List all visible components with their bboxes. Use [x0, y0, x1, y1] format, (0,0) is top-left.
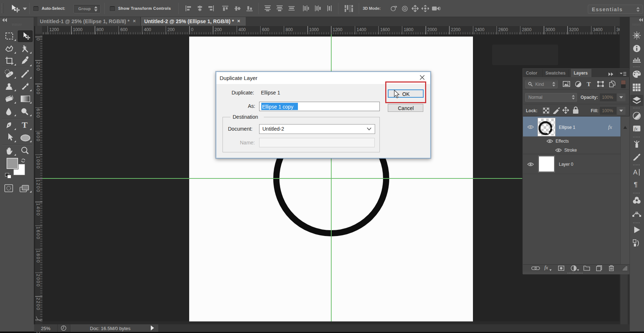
- svg-text:¶: ¶: [634, 181, 637, 188]
- svg-text:A: A: [633, 169, 637, 176]
- svg-text:fx: fx: [634, 126, 638, 131]
